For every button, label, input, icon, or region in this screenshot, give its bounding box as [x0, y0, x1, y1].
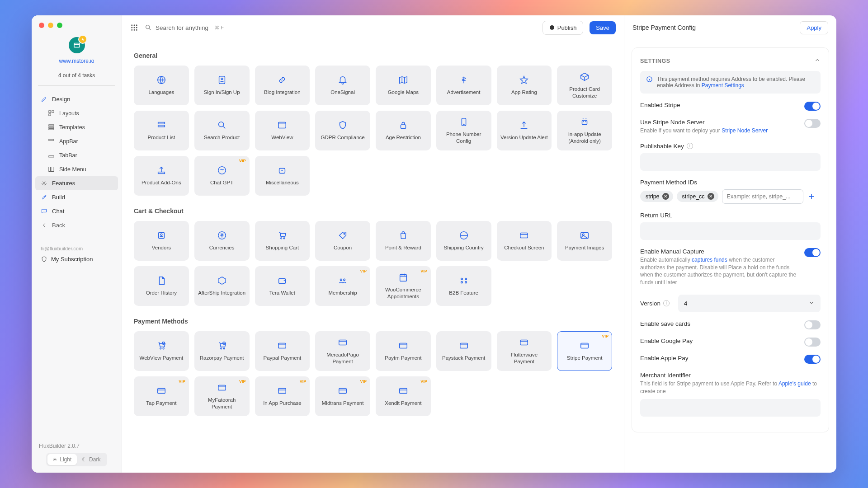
- return-url-input[interactable]: [640, 222, 821, 240]
- tile-icon: [156, 230, 166, 240]
- pubkey-input[interactable]: [640, 153, 821, 171]
- tile-b2b-feature[interactable]: B2B Feature: [436, 266, 491, 306]
- pmid-input[interactable]: [722, 189, 803, 204]
- tile-webview[interactable]: WebView: [255, 111, 310, 150]
- tile-aftership-integration[interactable]: AfterShip Integration: [194, 266, 250, 306]
- vip-badge: VIP: [602, 334, 609, 338]
- nav-templates[interactable]: Templates: [35, 120, 118, 134]
- maximize-window[interactable]: [57, 23, 62, 28]
- tile-product-list[interactable]: Product List: [134, 111, 189, 150]
- apply-button[interactable]: Apply: [800, 21, 828, 34]
- tile-phone-number-config[interactable]: Phone Number Config: [436, 111, 491, 150]
- add-pmid[interactable]: +: [807, 191, 816, 202]
- search-input[interactable]: Search for anything ⌘ F: [145, 24, 536, 31]
- tile-shopping-cart[interactable]: Shopping Cart: [255, 221, 310, 261]
- tile-gdpr-compliance[interactable]: GDPR Compliance: [315, 111, 370, 150]
- close-window[interactable]: [39, 23, 44, 28]
- tile-woocommerce-appointments[interactable]: VIPWooCommerce Appointments: [376, 266, 431, 306]
- tile-webview-payment[interactable]: WebView Payment: [134, 331, 189, 371]
- tile-search-product[interactable]: Search Product: [194, 111, 250, 150]
- nav-layouts[interactable]: Layouts: [35, 106, 118, 120]
- tile-currencies[interactable]: Currencies: [194, 221, 250, 261]
- captures-funds-link[interactable]: captures funds: [692, 257, 727, 263]
- stripe-node-link[interactable]: Stripe Node Server: [722, 127, 768, 134]
- tile-order-history[interactable]: Order History: [134, 266, 189, 306]
- tile-languages[interactable]: Languages: [134, 66, 189, 105]
- settings-heading[interactable]: SETTINGS: [640, 55, 821, 71]
- tile-payment-images[interactable]: Payment Images: [557, 221, 612, 261]
- tile-google-maps[interactable]: Google Maps: [376, 66, 431, 105]
- tile-in-app-update-android-only-[interactable]: In-app Update (Android only): [557, 111, 612, 150]
- tile-miscellaneous[interactable]: Miscellaneous: [255, 156, 310, 196]
- site-url[interactable]: www.mstore.io: [59, 58, 94, 64]
- tile-razorpay-payment[interactable]: Razorpay Payment: [194, 331, 250, 371]
- enabled-stripe-toggle[interactable]: [804, 102, 821, 111]
- remove-chip[interactable]: ✕: [662, 193, 669, 200]
- pubkey-label: Publishable Keyi: [640, 143, 821, 150]
- tile-tera-wallet[interactable]: Tera Wallet: [255, 266, 310, 306]
- tile-membership[interactable]: VIPMembership: [315, 266, 370, 306]
- tile-age-restriction[interactable]: Age Restriction: [376, 111, 431, 150]
- tile-paypal-payment[interactable]: Paypal Payment: [255, 331, 310, 371]
- version-select[interactable]: 4: [678, 295, 821, 312]
- save-button[interactable]: Save: [590, 21, 616, 34]
- save-cards-toggle[interactable]: [804, 320, 821, 329]
- nav-chat[interactable]: Chat: [35, 204, 118, 218]
- tile-label: Tera Wallet: [267, 290, 298, 296]
- merchant-id-input[interactable]: [640, 399, 821, 417]
- info-icon[interactable]: i: [663, 300, 670, 306]
- search-kbd: ⌘ F: [212, 24, 226, 31]
- tile-point-reward[interactable]: Point & Reward: [376, 221, 431, 261]
- google-pay-toggle[interactable]: [804, 338, 821, 347]
- tile-onesignal[interactable]: OneSignal: [315, 66, 370, 105]
- use-node-toggle[interactable]: [804, 119, 821, 128]
- tile-version-update-alert[interactable]: Version Update Alert: [497, 111, 552, 150]
- tasks-progress[interactable]: 4 out of 4 tasks: [38, 66, 115, 86]
- tile-tap-payment[interactable]: VIPTap Payment: [134, 376, 189, 416]
- nav-build[interactable]: Build: [35, 190, 118, 204]
- nav-sidemenu[interactable]: Side Menu: [35, 162, 118, 176]
- tile-checkout-screen[interactable]: Checkout Screen: [497, 221, 552, 261]
- apple-guide-link[interactable]: Apple's guide: [778, 380, 811, 387]
- apps-icon[interactable]: [130, 23, 138, 32]
- tile-label: Product Card Customize: [557, 86, 612, 99]
- my-subscription[interactable]: My Subscription: [32, 253, 122, 265]
- tile-advertisement[interactable]: Advertisement: [436, 66, 491, 105]
- theme-light[interactable]: ☀Light: [47, 454, 77, 465]
- shield-icon: [41, 256, 47, 263]
- tile-shipping-country[interactable]: Shipping Country: [436, 221, 491, 261]
- tile-blog-integration[interactable]: Blog Integration: [255, 66, 310, 105]
- remove-chip[interactable]: ✕: [708, 193, 714, 200]
- tile-product-add-ons[interactable]: Product Add-Ons: [134, 156, 189, 196]
- apple-pay-toggle[interactable]: [804, 355, 821, 364]
- tile-paystack-payment[interactable]: Paystack Payment: [436, 331, 491, 371]
- manual-capture-toggle[interactable]: [804, 248, 821, 257]
- tile-mercadopago-payment[interactable]: MercadoPago Payment: [315, 331, 370, 371]
- tile-product-card-customize[interactable]: Product Card Customize: [557, 66, 612, 105]
- nav-design[interactable]: Design: [35, 92, 118, 106]
- tile-vendors[interactable]: Vendors: [134, 221, 189, 261]
- info-icon[interactable]: i: [687, 143, 693, 149]
- svg-point-21: [136, 29, 137, 31]
- tile-sign-in-sign-up[interactable]: Sign In/Sign Up: [194, 66, 250, 105]
- tile-label: Miscellaneous: [263, 179, 302, 186]
- payment-settings-link[interactable]: Payment Settings: [702, 82, 744, 89]
- site-avatar[interactable]: [69, 37, 85, 53]
- tile-chat-gpt[interactable]: VIPVIPChat GPT: [194, 156, 250, 196]
- tile-app-rating[interactable]: App Rating: [497, 66, 552, 105]
- tile-paytm-payment[interactable]: Paytm Payment: [376, 331, 431, 371]
- tile-myfatoorah-payment[interactable]: VIPMyFatoorah Payment: [194, 376, 250, 416]
- nav-features[interactable]: Features: [35, 176, 118, 190]
- tile-coupon[interactable]: Coupon: [315, 221, 370, 261]
- nav-tabbar[interactable]: TabBar: [35, 148, 118, 162]
- publish-button[interactable]: Publish: [542, 21, 584, 35]
- tile-stripe-payment[interactable]: VIPStripe Payment: [557, 331, 612, 371]
- nav-appbar[interactable]: AppBar: [35, 134, 118, 148]
- tile-in-app-purchase[interactable]: VIPIn App Purchase: [255, 376, 310, 416]
- nav-back[interactable]: Back: [35, 218, 118, 232]
- tile-midtrans-payment[interactable]: VIPMidtrans Payment: [315, 376, 370, 416]
- tile-xendit-payment[interactable]: VIPXendit Payment: [376, 376, 431, 416]
- tile-flutterwave-payment[interactable]: Flutterwave Payment: [497, 331, 552, 371]
- minimize-window[interactable]: [48, 23, 53, 28]
- theme-dark[interactable]: ☾Dark: [77, 454, 106, 465]
